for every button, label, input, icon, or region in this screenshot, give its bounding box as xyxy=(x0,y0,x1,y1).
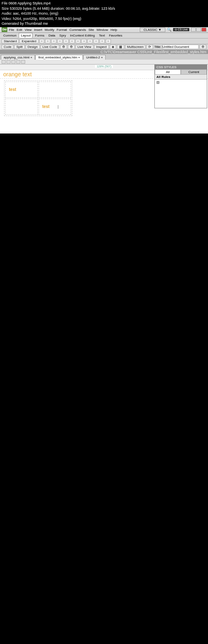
insert-toolbar: Standard Expanded ▫▫▫▫▫▫▫▫▫▫▫▫ xyxy=(0,39,208,44)
inspect-button[interactable]: Inspect xyxy=(94,45,109,49)
insert-panel-tabs: CommonLayoutFormsDataSpryInContext Editi… xyxy=(0,33,208,39)
video-metadata: File 0608 Applying Styles.mp4 Size 53032… xyxy=(0,0,208,27)
inspect-btn[interactable]: ⚙ xyxy=(60,45,67,49)
insert-btn[interactable]: ▫ xyxy=(45,39,50,43)
multiscreen-button[interactable]: Multiscreen xyxy=(125,45,146,49)
css-panel-header[interactable]: CSS STYLES xyxy=(155,65,207,69)
table-cell[interactable]: test| xyxy=(39,99,71,115)
insert-tab-common[interactable]: Common xyxy=(2,33,18,38)
screenshot-1: Dw FileEditViewInsertModifyFormatCommand… xyxy=(0,27,208,134)
file-tab[interactable]: first_embedded_styles.htm × xyxy=(35,55,83,60)
design-view-button[interactable]: Design xyxy=(26,45,40,49)
window-titlebar: Dw FileEditViewInsertModifyFormatCommand… xyxy=(0,27,208,33)
search-icon[interactable]: 🔍 xyxy=(167,28,171,32)
insert-tab-data[interactable]: Data xyxy=(47,33,57,38)
insert-btn[interactable]: ▫ xyxy=(93,39,99,43)
file-path: C:\VTC\Dreamweaver CS5\Unit_Files\first_… xyxy=(0,50,208,54)
insert-btn[interactable]: ▫ xyxy=(69,39,75,43)
insert-btn[interactable]: ▫ xyxy=(57,39,63,43)
document-tabs: applying_css.html ×first_embedded_styles… xyxy=(0,54,208,60)
expanded-mode[interactable]: Expanded xyxy=(20,39,38,43)
insert-btn[interactable]: ▫ xyxy=(39,39,45,43)
insert-btn[interactable]: ▫ xyxy=(76,39,81,43)
menu-view[interactable]: View xyxy=(25,28,32,32)
insert-tab-favorites[interactable]: Favorites xyxy=(107,33,124,38)
insert-btn[interactable]: ▫ xyxy=(106,39,111,43)
insert-tab-spry[interactable]: Spry xyxy=(58,33,67,38)
app-icon: Dw xyxy=(2,27,7,32)
layout-table[interactable]: test test| xyxy=(4,80,72,116)
title-input[interactable] xyxy=(162,45,199,49)
menu-edit[interactable]: Edit xyxy=(17,28,22,32)
standard-mode[interactable]: Standard xyxy=(2,39,19,43)
css-tab-current[interactable]: Current xyxy=(181,69,207,75)
all-rules-header: All Rules xyxy=(155,75,207,80)
title-label: Title: xyxy=(154,45,161,49)
document-toolbar: CodeSplitDesign Live Code ⚙⚙ Live View I… xyxy=(0,44,208,50)
cslive-button[interactable]: ⊙ CS Live xyxy=(173,28,189,31)
insert-btn[interactable]: ▫ xyxy=(51,39,56,43)
workspace-switcher[interactable]: CLASSIC ▼ xyxy=(140,28,165,32)
insert-btn[interactable]: ▫ xyxy=(100,39,105,43)
menu-format[interactable]: Format xyxy=(56,28,67,32)
insert-tab-forms[interactable]: Forms xyxy=(33,33,46,38)
css-rules-tree[interactable]: ⊟ </div><div class="ind2" data-name="css… xyxy=(155,80,207,108)
menu-commands[interactable]: Commands xyxy=(69,28,86,32)
split-view-button[interactable]: Split xyxy=(14,45,25,49)
insert-btn[interactable]: ▫ xyxy=(87,39,93,43)
file-tab[interactable]: applying_css.html × xyxy=(1,55,35,60)
file-tab[interactable]: Untitled-2 × xyxy=(83,55,106,60)
insert-tab-layout[interactable]: Layout xyxy=(19,33,32,38)
menu-file[interactable]: File xyxy=(9,28,14,32)
css-tab-all[interactable]: All xyxy=(155,69,181,75)
css-rule[interactable]: ⊟ </div><div class="ind2" data-name="css… xyxy=(156,80,205,85)
window-controls[interactable] xyxy=(191,28,206,32)
insert-btn[interactable]: ▫ xyxy=(81,39,87,43)
menu-site[interactable]: Site xyxy=(89,28,94,32)
live-code-button[interactable]: Live Code xyxy=(41,45,59,49)
css-styles-panel: CSS STYLES AllCurrent All Rules ⊟ </div>… xyxy=(154,65,207,108)
menu-window[interactable]: Window xyxy=(97,28,108,32)
menu-help[interactable]: Help xyxy=(110,28,117,32)
menu-insert[interactable]: Insert xyxy=(34,28,42,32)
insert-tab-text[interactable]: Text xyxy=(97,33,106,38)
mini-toolbar xyxy=(0,60,208,65)
code-view-button[interactable]: Code xyxy=(2,45,13,49)
menu-modify[interactable]: Modify xyxy=(45,28,54,32)
insert-btn[interactable]: ▫ xyxy=(63,39,69,43)
live-view-button[interactable]: Live View xyxy=(76,45,93,49)
table-cell[interactable]: test xyxy=(5,82,38,98)
insert-tab-incontext-editing[interactable]: InContext Editing xyxy=(69,33,97,38)
